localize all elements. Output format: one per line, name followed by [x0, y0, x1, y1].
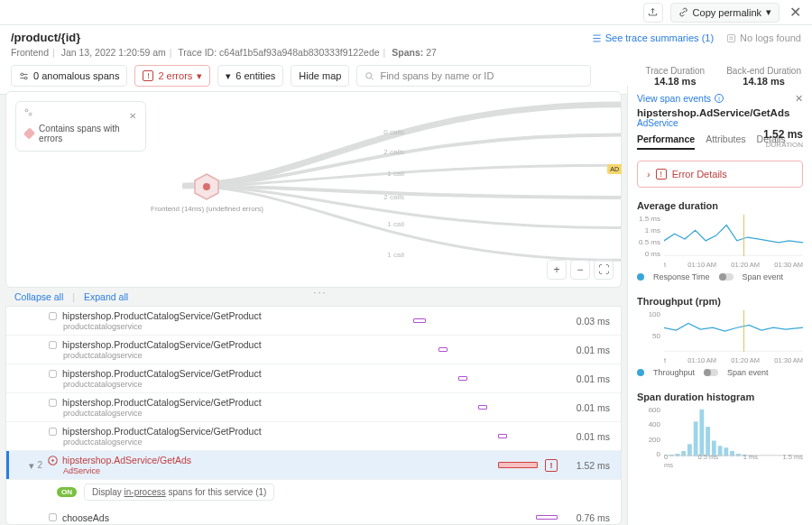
span-bar — [357, 393, 565, 421]
span-duration-text: 0.76 ms — [565, 512, 610, 523]
span-event-toggle[interactable] — [704, 369, 718, 376]
span-duration: 1.52 ms DURATION — [763, 128, 803, 149]
map-node-frontend[interactable]: Frontend (14ms) (undefined errors) — [151, 173, 263, 213]
span-name-text: chooseAds — [62, 512, 109, 523]
span-service-text: AdService — [48, 466, 337, 475]
histogram-title: Span duration histogram — [637, 391, 803, 402]
chevron-down-icon: ▾ — [766, 6, 771, 18]
span-details-panel: View span events i ✕ hipstershop.AdServi… — [627, 86, 812, 525]
error-span-icon — [48, 456, 58, 465]
anomalous-spans-filter[interactable]: 0 anomalous spans — [11, 65, 127, 87]
span-service[interactable]: AdService — [637, 118, 803, 128]
fit-button[interactable]: ⛶ — [594, 260, 614, 280]
span-icon — [48, 398, 58, 408]
svg-rect-15 — [50, 514, 57, 521]
search-input[interactable]: Find spans by name or ID — [356, 65, 591, 87]
svg-rect-26 — [706, 427, 710, 456]
backend-duration: Back-end Duration 14.18 ms — [726, 66, 801, 87]
span-name-text: hipstershop.ProductCatalogService/GetPro… — [62, 339, 262, 350]
span-name-text: hipstershop.AdService/GetAds — [62, 455, 191, 465]
svg-rect-8 — [50, 312, 57, 319]
search-icon — [364, 71, 374, 81]
dependency-map[interactable]: ✕ Contains spans with errors 0 calls 2 c… — [5, 91, 622, 288]
error-icon: ! — [656, 169, 667, 180]
avg-duration-title: Average duration — [637, 200, 803, 211]
span-tree[interactable]: hipstershop.ProductCatalogService/GetPro… — [5, 306, 622, 525]
span-bar — [357, 336, 565, 364]
in-process-toggle-row: ONDisplay in-process spans for this serv… — [6, 480, 621, 503]
chevron-down-icon: ▾ — [226, 70, 231, 82]
span-duration-text: 0.01 ms — [565, 373, 610, 384]
info-icon: i — [715, 94, 724, 103]
zoom-out-button[interactable]: − — [570, 260, 590, 280]
span-duration-text: 0.01 ms — [565, 345, 610, 355]
close-icon[interactable]: ✕ — [787, 4, 803, 21]
close-icon[interactable]: ✕ — [795, 93, 803, 104]
row-toggle[interactable]: ▾2 — [6, 460, 48, 471]
chevron-down-icon: ▾ — [197, 70, 202, 82]
error-icon: ! — [143, 70, 153, 81]
zoom-in-button[interactable]: + — [547, 260, 567, 280]
svg-point-14 — [51, 459, 53, 461]
avg-duration-chart[interactable]: 1.5 ms1 ms0.5 ms0 ms t01:10 AM01:20 AM01… — [637, 215, 803, 269]
ad-tag: AD — [607, 164, 622, 174]
span-bar — [357, 422, 565, 450]
view-span-events-link[interactable]: View span events i — [637, 93, 724, 104]
span-name-text: hipstershop.ProductCatalogService/GetPro… — [62, 397, 262, 408]
error-icon: ! — [545, 459, 558, 472]
duration-histogram[interactable]: 6004002000 0 ms0.5 ms1 ms1.5 ms — [637, 406, 803, 469]
svg-rect-25 — [699, 410, 704, 456]
span-duration-text: 0.03 ms — [565, 316, 610, 327]
collapse-all-link[interactable]: Collapse all — [14, 291, 63, 302]
span-name-text: hipstershop.ProductCatalogService/GetPro… — [62, 310, 262, 321]
span-row[interactable]: hipstershop.ProductCatalogService/GetPro… — [6, 422, 621, 451]
link-icon — [678, 7, 688, 17]
trace-duration: Trace Duration 14.18 ms — [645, 66, 705, 87]
hide-map-button[interactable]: Hide map — [291, 65, 349, 87]
span-row[interactable]: hipstershop.ProductCatalogService/GetPro… — [6, 393, 621, 422]
error-details-button[interactable]: › ! Error Details — [637, 161, 803, 188]
svg-point-2 — [24, 77, 27, 79]
svg-point-3 — [366, 72, 372, 78]
svg-point-1 — [21, 73, 23, 76]
span-row[interactable]: hipstershop.ProductCatalogService/GetPro… — [6, 307, 621, 336]
errors-filter[interactable]: ! 2 errors ▾ — [134, 65, 210, 87]
filter-icon — [19, 71, 29, 81]
in-process-text: Display in-process spans for this servic… — [84, 484, 274, 501]
toggle-on[interactable]: ON — [57, 487, 77, 497]
copy-permalink-button[interactable]: Copy permalink ▾ — [670, 3, 780, 23]
flow-lines — [6, 92, 621, 287]
tab-attributes[interactable]: Attributes — [706, 134, 745, 150]
span-service-text: productcatalogservice — [48, 351, 357, 360]
logs-icon — [726, 33, 736, 43]
span-name-text: hipstershop.ProductCatalogService/GetPro… — [62, 426, 262, 437]
span-bar — [337, 451, 545, 479]
span-icon — [48, 369, 58, 379]
span-row[interactable]: hipstershop.ProductCatalogService/GetPro… — [6, 336, 621, 364]
svg-point-7 — [203, 183, 210, 190]
expand-all-link[interactable]: Expand all — [84, 291, 128, 302]
span-icon — [48, 512, 58, 522]
svg-rect-9 — [50, 341, 57, 348]
tab-performance[interactable]: Performance — [637, 134, 695, 150]
span-event-toggle[interactable] — [719, 273, 734, 281]
list-icon — [592, 33, 602, 43]
trace-meta: Frontend| Jan 13, 2022 1:20:59 am| Trace… — [11, 47, 437, 58]
span-duration-text: 1.52 ms — [565, 460, 610, 471]
span-icon — [48, 427, 58, 437]
page-title: /product/{id} — [11, 31, 437, 44]
entities-filter[interactable]: ▾ 6 entities — [217, 65, 283, 87]
svg-rect-12 — [50, 428, 57, 435]
span-duration-text: 0.01 ms — [565, 431, 610, 442]
see-trace-summaries-link[interactable]: See trace summaries (1) — [592, 32, 714, 43]
span-bar — [357, 503, 565, 525]
span-row[interactable]: ▾2hipstershop.AdService/GetAdsAdService!… — [6, 451, 621, 480]
span-name: hipstershop.AdService/GetAds — [637, 107, 803, 118]
span-row[interactable]: hipstershop.ProductCatalogService/GetPro… — [6, 364, 621, 393]
throughput-chart[interactable]: 10050 t01:10 AM01:20 AM01:30 AM — [637, 310, 803, 364]
throughput-title: Throughput (rpm) — [637, 296, 803, 307]
share-icon[interactable] — [643, 3, 663, 23]
span-row[interactable]: chooseAds0.76 ms — [6, 503, 621, 525]
copy-permalink-label: Copy permalink — [693, 7, 761, 18]
svg-rect-0 — [727, 34, 734, 41]
